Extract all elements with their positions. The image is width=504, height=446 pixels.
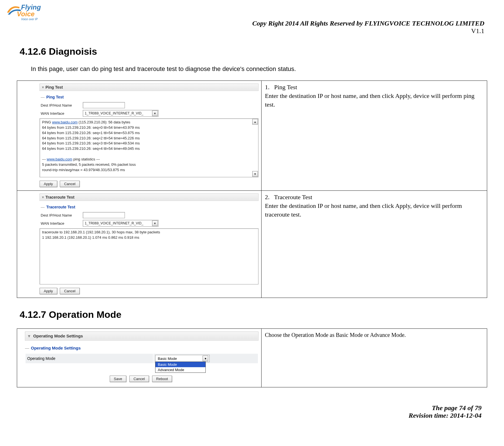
dash-icon: — [41,95,45,99]
chevron-down-icon: ▾ [42,195,44,199]
version-text: V1.1 [17,27,484,35]
chevron-down-icon: ▾ [28,334,30,338]
opmode-panel: ▾ Operating Mode Settings — Operating Mo… [17,329,261,387]
operation-mode-table: ▾ Operating Mode Settings — Operating Mo… [17,328,487,387]
opmode-cancel-button[interactable]: Cancel [129,376,149,382]
footer-page: The page 74 of 79 [17,404,482,412]
footer: The page 74 of 79 Revision time: 2014-12… [17,396,487,422]
ping-cancel-button[interactable]: Cancel [60,181,79,187]
svg-text:Voice over IP: Voice over IP [21,18,38,21]
copyright-text: Copy Right 2014 All Rights Reserved by F… [17,20,484,27]
ping-desc-title: Ping Test [274,84,297,91]
ping-wan-select[interactable]: 1_TR069_VOICE_INTERNET_R_VID_ ▼ [83,110,159,117]
ping-output-box: PING www.baidu.com (115.239.210.26): 56 … [40,118,258,177]
dropdown-arrow-icon: ▼ [203,356,208,361]
scroll-down-icon[interactable]: ▼ [252,171,258,177]
trace-desc-num: 2. [265,194,270,201]
opmode-select[interactable]: Basic Mode ▼ [155,355,210,362]
traceroute-panel-titlebar: ▾ Traceroute Test [40,194,258,201]
ping-subtitle: — Ping Test [41,95,258,99]
ping-apply-button[interactable]: Apply [40,181,57,187]
trace-desc-body: Enter the destination IP or host name, a… [265,202,462,218]
dash-icon: — [41,205,45,209]
logo: Flying Voice Voice over IP [6,3,45,22]
diagnosis-intro: In this page, user can do ping test and … [31,65,487,73]
ping-panel-titlebar: ▾ Ping Test [40,84,258,91]
scroll-up-icon[interactable]: ▲ [252,119,258,125]
opmode-panel-titlebar: ▾ Operating Mode Settings [25,332,258,341]
diagnosis-table: ▾ Ping Test — Ping Test Dest IP/Host Nam… [17,81,487,298]
traceroute-subtitle: — Traceroute Test [41,205,258,209]
traceroute-panel: ▾ Traceroute Test — Traceroute Test Dest… [17,191,261,298]
section-heading-diagnosis: 4.12.6 Diagnoisis [20,46,487,57]
opmode-reboot-button[interactable]: Reboot [152,376,172,382]
header-right: Copy Right 2014 All Rights Reserved by F… [17,6,487,35]
trace-wan-select[interactable]: 1_TR069_VOICE_INTERNET_R_VID_ ▼ [83,220,159,227]
svg-text:Flying: Flying [21,3,41,11]
opmode-subtitle: — Operating Mode Settings [25,346,258,350]
opmode-dropdown-list: Basic Mode Advanced Mode [155,362,206,373]
dash-icon: — [25,346,29,350]
dropdown-arrow-icon: ▼ [152,111,158,116]
opmode-desc: Choose the Operation Mode as Basic Mode … [265,332,406,338]
chevron-down-icon: ▾ [42,85,44,89]
trace-dest-label: Dest IP/Host Name [41,213,83,217]
opmode-row-label: Operating Mode [26,354,153,363]
opmode-option-basic[interactable]: Basic Mode [155,362,205,367]
ping-dest-input[interactable] [83,102,125,108]
opmode-save-button[interactable]: Save [110,376,127,382]
dropdown-arrow-icon: ▼ [152,220,158,226]
ping-desc-num: 1. [265,84,270,91]
flyingvoice-logo-icon: Flying Voice Voice over IP [6,3,45,22]
trace-apply-button[interactable]: Apply [40,288,57,294]
ping-panel-title: Ping Test [45,85,63,89]
ping-desc-body: Enter the destination IP or host name, a… [265,92,475,108]
traceroute-panel-title: Traceroute Test [45,195,74,199]
trace-desc-title: Traceroute Test [274,194,312,201]
footer-revision: Revision time: 2014-12-04 [17,412,482,419]
ping-dest-label: Dest IP/Host Name [41,103,83,107]
section-heading-operation-mode: 4.12.7 Operation Mode [20,309,487,320]
trace-cancel-button[interactable]: Cancel [60,288,79,294]
ping-panel: ▾ Ping Test — Ping Test Dest IP/Host Nam… [17,81,261,190]
trace-wan-label: WAN Interface [41,221,83,226]
trace-output-box: traceroute to 192.168.20.1 (192.168.20.1… [40,228,258,284]
trace-dest-input[interactable] [83,212,125,218]
opmode-option-advanced[interactable]: Advanced Mode [155,367,205,373]
svg-text:Voice: Voice [17,10,35,18]
ping-wan-label: WAN Interface [41,111,83,116]
